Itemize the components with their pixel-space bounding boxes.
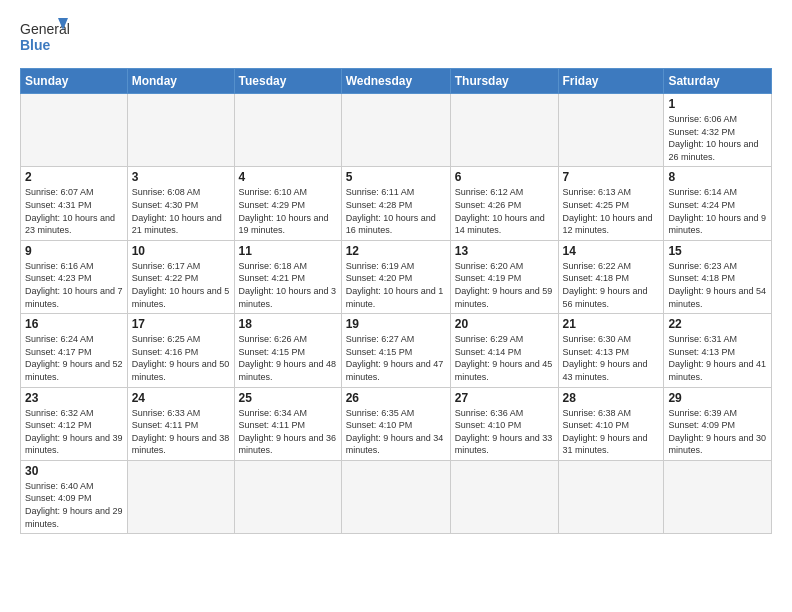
calendar-cell: 22Sunrise: 6:31 AM Sunset: 4:13 PM Dayli… — [664, 314, 772, 387]
day-number: 12 — [346, 244, 446, 258]
day-number: 9 — [25, 244, 123, 258]
day-info: Sunrise: 6:27 AM Sunset: 4:15 PM Dayligh… — [346, 333, 446, 383]
day-info: Sunrise: 6:33 AM Sunset: 4:11 PM Dayligh… — [132, 407, 230, 457]
day-number: 13 — [455, 244, 554, 258]
day-number: 29 — [668, 391, 767, 405]
day-info: Sunrise: 6:26 AM Sunset: 4:15 PM Dayligh… — [239, 333, 337, 383]
day-info: Sunrise: 6:08 AM Sunset: 4:30 PM Dayligh… — [132, 186, 230, 236]
day-number: 5 — [346, 170, 446, 184]
day-info: Sunrise: 6:19 AM Sunset: 4:20 PM Dayligh… — [346, 260, 446, 310]
calendar-week-3: 9Sunrise: 6:16 AM Sunset: 4:23 PM Daylig… — [21, 240, 772, 313]
day-number: 10 — [132, 244, 230, 258]
calendar-cell — [234, 460, 341, 533]
day-number: 11 — [239, 244, 337, 258]
calendar-cell — [558, 94, 664, 167]
calendar-cell: 12Sunrise: 6:19 AM Sunset: 4:20 PM Dayli… — [341, 240, 450, 313]
calendar-cell: 2Sunrise: 6:07 AM Sunset: 4:31 PM Daylig… — [21, 167, 128, 240]
day-number: 28 — [563, 391, 660, 405]
day-number: 14 — [563, 244, 660, 258]
day-info: Sunrise: 6:24 AM Sunset: 4:17 PM Dayligh… — [25, 333, 123, 383]
day-number: 30 — [25, 464, 123, 478]
day-info: Sunrise: 6:39 AM Sunset: 4:09 PM Dayligh… — [668, 407, 767, 457]
col-header-saturday: Saturday — [664, 69, 772, 94]
day-info: Sunrise: 6:40 AM Sunset: 4:09 PM Dayligh… — [25, 480, 123, 530]
calendar-cell: 8Sunrise: 6:14 AM Sunset: 4:24 PM Daylig… — [664, 167, 772, 240]
day-info: Sunrise: 6:17 AM Sunset: 4:22 PM Dayligh… — [132, 260, 230, 310]
day-number: 2 — [25, 170, 123, 184]
calendar-cell: 3Sunrise: 6:08 AM Sunset: 4:30 PM Daylig… — [127, 167, 234, 240]
day-number: 6 — [455, 170, 554, 184]
day-number: 16 — [25, 317, 123, 331]
svg-text:Blue: Blue — [20, 37, 51, 53]
calendar-cell: 4Sunrise: 6:10 AM Sunset: 4:29 PM Daylig… — [234, 167, 341, 240]
calendar-week-2: 2Sunrise: 6:07 AM Sunset: 4:31 PM Daylig… — [21, 167, 772, 240]
calendar-cell: 23Sunrise: 6:32 AM Sunset: 4:12 PM Dayli… — [21, 387, 128, 460]
calendar-cell: 26Sunrise: 6:35 AM Sunset: 4:10 PM Dayli… — [341, 387, 450, 460]
day-number: 27 — [455, 391, 554, 405]
calendar-cell: 28Sunrise: 6:38 AM Sunset: 4:10 PM Dayli… — [558, 387, 664, 460]
calendar-cell: 27Sunrise: 6:36 AM Sunset: 4:10 PM Dayli… — [450, 387, 558, 460]
day-info: Sunrise: 6:22 AM Sunset: 4:18 PM Dayligh… — [563, 260, 660, 310]
day-info: Sunrise: 6:07 AM Sunset: 4:31 PM Dayligh… — [25, 186, 123, 236]
day-info: Sunrise: 6:36 AM Sunset: 4:10 PM Dayligh… — [455, 407, 554, 457]
day-info: Sunrise: 6:30 AM Sunset: 4:13 PM Dayligh… — [563, 333, 660, 383]
calendar-cell: 18Sunrise: 6:26 AM Sunset: 4:15 PM Dayli… — [234, 314, 341, 387]
calendar-cell: 29Sunrise: 6:39 AM Sunset: 4:09 PM Dayli… — [664, 387, 772, 460]
logo: General Blue — [20, 16, 70, 58]
day-info: Sunrise: 6:31 AM Sunset: 4:13 PM Dayligh… — [668, 333, 767, 383]
col-header-friday: Friday — [558, 69, 664, 94]
calendar-cell — [21, 94, 128, 167]
calendar-week-1: 1Sunrise: 6:06 AM Sunset: 4:32 PM Daylig… — [21, 94, 772, 167]
col-header-sunday: Sunday — [21, 69, 128, 94]
calendar-week-5: 23Sunrise: 6:32 AM Sunset: 4:12 PM Dayli… — [21, 387, 772, 460]
calendar-header-row: SundayMondayTuesdayWednesdayThursdayFrid… — [21, 69, 772, 94]
calendar-cell: 9Sunrise: 6:16 AM Sunset: 4:23 PM Daylig… — [21, 240, 128, 313]
day-info: Sunrise: 6:16 AM Sunset: 4:23 PM Dayligh… — [25, 260, 123, 310]
calendar-cell: 25Sunrise: 6:34 AM Sunset: 4:11 PM Dayli… — [234, 387, 341, 460]
calendar-cell: 16Sunrise: 6:24 AM Sunset: 4:17 PM Dayli… — [21, 314, 128, 387]
calendar-cell: 20Sunrise: 6:29 AM Sunset: 4:14 PM Dayli… — [450, 314, 558, 387]
calendar-cell — [234, 94, 341, 167]
header: General Blue — [20, 16, 772, 58]
calendar-cell — [558, 460, 664, 533]
calendar-cell: 14Sunrise: 6:22 AM Sunset: 4:18 PM Dayli… — [558, 240, 664, 313]
day-number: 7 — [563, 170, 660, 184]
day-info: Sunrise: 6:29 AM Sunset: 4:14 PM Dayligh… — [455, 333, 554, 383]
col-header-tuesday: Tuesday — [234, 69, 341, 94]
calendar-week-6: 30Sunrise: 6:40 AM Sunset: 4:09 PM Dayli… — [21, 460, 772, 533]
calendar-cell: 30Sunrise: 6:40 AM Sunset: 4:09 PM Dayli… — [21, 460, 128, 533]
calendar-cell — [127, 94, 234, 167]
calendar-cell — [341, 94, 450, 167]
day-number: 19 — [346, 317, 446, 331]
calendar: SundayMondayTuesdayWednesdayThursdayFrid… — [20, 68, 772, 534]
page: General Blue SundayMondayTuesdayWednesda… — [0, 0, 792, 612]
calendar-cell: 17Sunrise: 6:25 AM Sunset: 4:16 PM Dayli… — [127, 314, 234, 387]
day-info: Sunrise: 6:35 AM Sunset: 4:10 PM Dayligh… — [346, 407, 446, 457]
day-info: Sunrise: 6:20 AM Sunset: 4:19 PM Dayligh… — [455, 260, 554, 310]
col-header-wednesday: Wednesday — [341, 69, 450, 94]
col-header-thursday: Thursday — [450, 69, 558, 94]
day-number: 23 — [25, 391, 123, 405]
day-info: Sunrise: 6:06 AM Sunset: 4:32 PM Dayligh… — [668, 113, 767, 163]
calendar-cell — [450, 460, 558, 533]
day-number: 4 — [239, 170, 337, 184]
day-info: Sunrise: 6:13 AM Sunset: 4:25 PM Dayligh… — [563, 186, 660, 236]
day-number: 17 — [132, 317, 230, 331]
calendar-cell — [450, 94, 558, 167]
calendar-cell: 7Sunrise: 6:13 AM Sunset: 4:25 PM Daylig… — [558, 167, 664, 240]
day-number: 22 — [668, 317, 767, 331]
day-number: 20 — [455, 317, 554, 331]
day-info: Sunrise: 6:23 AM Sunset: 4:18 PM Dayligh… — [668, 260, 767, 310]
day-info: Sunrise: 6:34 AM Sunset: 4:11 PM Dayligh… — [239, 407, 337, 457]
calendar-cell: 5Sunrise: 6:11 AM Sunset: 4:28 PM Daylig… — [341, 167, 450, 240]
col-header-monday: Monday — [127, 69, 234, 94]
day-info: Sunrise: 6:12 AM Sunset: 4:26 PM Dayligh… — [455, 186, 554, 236]
calendar-cell: 6Sunrise: 6:12 AM Sunset: 4:26 PM Daylig… — [450, 167, 558, 240]
calendar-cell — [127, 460, 234, 533]
calendar-cell — [341, 460, 450, 533]
calendar-cell: 19Sunrise: 6:27 AM Sunset: 4:15 PM Dayli… — [341, 314, 450, 387]
day-number: 25 — [239, 391, 337, 405]
day-info: Sunrise: 6:25 AM Sunset: 4:16 PM Dayligh… — [132, 333, 230, 383]
day-number: 1 — [668, 97, 767, 111]
calendar-week-4: 16Sunrise: 6:24 AM Sunset: 4:17 PM Dayli… — [21, 314, 772, 387]
